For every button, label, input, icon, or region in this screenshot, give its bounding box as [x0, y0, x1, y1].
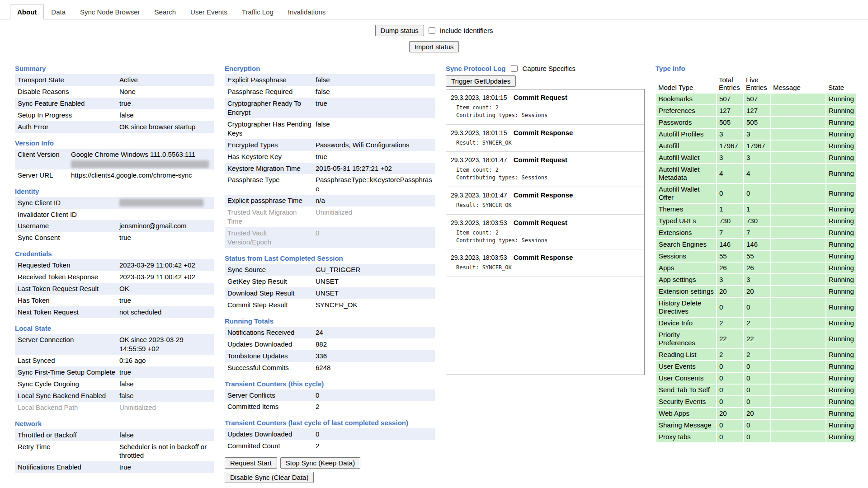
cell-live-entries: 17967	[744, 141, 770, 151]
cell-model-type: Search Engines	[656, 239, 716, 250]
cell-model-type: Priority Preferences	[656, 329, 716, 348]
row-value-text: Active	[119, 76, 138, 84]
row-value: Uninitialized	[316, 208, 432, 226]
row-value: Passwords, Wifi Configurations	[316, 141, 432, 150]
cell-total-entries: 730	[717, 216, 743, 226]
row-label: Setup In Progress	[18, 111, 119, 120]
log-entry-header: 29.3.2023, 18:01:15 Commit Response	[451, 129, 640, 136]
cell-total-entries: 3	[717, 152, 743, 163]
table-row: Apps 26 26 Running	[656, 263, 856, 273]
row-value: 336	[316, 352, 432, 361]
row-value-text: PassphraseType::kKeystorePassphrase	[316, 176, 432, 192]
table-row: User Events 0 0 Running	[656, 361, 856, 372]
info-row: Requested Token 2023-03-29 11:00:42 +02	[15, 259, 214, 271]
table-row: Preferences 127 127 Running	[656, 105, 856, 116]
cell-model-type: Autofill Wallet Offer	[656, 184, 716, 203]
row-value-text: true	[119, 99, 131, 107]
row-value: 0	[316, 229, 432, 247]
row-value-text: Scheduler is not in backoff or throttled	[119, 443, 207, 460]
log-entry-time: 29.3.2023, 18:03:53	[451, 219, 507, 226]
disable-sync-button[interactable]: Disable Sync (Clear Data)	[225, 472, 314, 483]
tab[interactable]: User Events	[183, 5, 235, 19]
tab[interactable]: Traffic Log	[235, 5, 281, 19]
section-rows: Server Conflicts 0 Committed Items 2	[225, 389, 435, 413]
row-value-text: 336	[316, 352, 327, 360]
info-row: Client Version Google Chrome Windows 111…	[15, 149, 214, 169]
cell-model-type: Device Info	[656, 318, 716, 328]
row-label: Throttled or Backoff	[18, 431, 119, 440]
row-label: Explicit passphrase Time	[227, 196, 316, 205]
info-row: Trusted Vault Version/Epoch 0	[225, 227, 435, 248]
include-identifiers-checkbox[interactable]	[429, 27, 435, 34]
request-start-button[interactable]: Request Start	[225, 457, 277, 469]
info-row: Successful Commits 6248	[225, 362, 435, 374]
cell-live-entries: 730	[744, 216, 770, 226]
info-row: Cryptographer Ready To Encrypt true	[225, 98, 435, 118]
cell-state: Running	[826, 105, 856, 116]
info-row: Cryptographer Has Pending Keys false	[225, 118, 435, 139]
row-value: 2	[316, 402, 432, 411]
log-entry-type: Commit Response	[514, 129, 573, 136]
cell-state: Running	[826, 184, 856, 203]
row-value-text: false	[316, 88, 330, 95]
tab[interactable]: Search	[147, 5, 184, 19]
tab[interactable]: Invalidations	[281, 5, 333, 19]
log-entry: 29.3.2023, 18:01:47 Commit Request Item …	[446, 152, 644, 187]
row-label: Transport State	[18, 75, 119, 84]
cell-message	[771, 164, 826, 183]
cell-message	[771, 251, 826, 262]
import-status-button[interactable]: Import status	[409, 41, 459, 52]
trigger-getupdates-button[interactable]: Trigger GetUpdates	[446, 75, 516, 87]
cell-message	[771, 117, 826, 128]
stop-sync-button[interactable]: Stop Sync (Keep Data)	[280, 457, 360, 469]
log-entry-details: Result: SYNCER_OK	[456, 264, 640, 272]
log-entry-header: 29.3.2023, 18:01:47 Commit Response	[451, 191, 640, 199]
row-value: true	[119, 99, 211, 108]
row-value: false	[119, 380, 211, 389]
row-value: false	[119, 431, 211, 440]
row-label: Next Token Request	[18, 308, 119, 317]
tab[interactable]: About	[10, 5, 44, 19]
info-row: Tombstone Updates 336	[225, 350, 435, 362]
section-rows: Sync Client ID Invalidator Client ID Use…	[15, 197, 214, 244]
table-row: Bookmarks 507 507 Running	[656, 94, 856, 104]
cell-state: Running	[826, 286, 856, 297]
table-row: App settings 3 3 Running	[656, 274, 856, 285]
info-row: Received Token Response 2023-03-29 11:00…	[15, 271, 214, 283]
row-label: Tombstone Updates	[227, 352, 316, 361]
dump-status-button[interactable]: Dump status	[375, 25, 424, 36]
type-info-title: Type Info	[656, 65, 868, 72]
about-page: Summary Transport State Active Disable R…	[0, 57, 868, 483]
tab[interactable]: Data	[44, 5, 73, 19]
row-value-text: false	[119, 392, 134, 399]
info-row: Notifications Enabled true	[15, 461, 214, 473]
type-info-body: Bookmarks 507 507 Running Preferences 12…	[656, 94, 856, 442]
row-value-text: None	[119, 88, 136, 95]
cell-state: Running	[826, 318, 856, 328]
redacted-value	[71, 160, 209, 168]
info-row: Local Backend Path Uninitialized	[15, 402, 214, 413]
row-value-text: false	[119, 111, 134, 119]
section-encryption: Encryption Explicit Passphrase false Pas…	[225, 65, 435, 248]
cell-model-type: Security Events	[656, 396, 716, 407]
section-title: Network	[15, 420, 214, 427]
sync-action-buttons: Request Start Stop Sync (Keep Data) Disa…	[225, 457, 374, 483]
row-value-text: OK	[119, 285, 129, 292]
cell-message	[771, 141, 826, 151]
row-value: true	[119, 233, 211, 242]
row-label: Auth Error	[18, 122, 119, 131]
cell-message	[771, 329, 826, 348]
table-row: Proxy tabs 0 0 Running	[656, 432, 856, 442]
row-value: OK	[119, 284, 211, 293]
row-label: Disable Reasons	[18, 87, 119, 96]
capture-specifics-checkbox[interactable]	[511, 65, 518, 72]
table-row: Extension settings 20 20 Running	[656, 286, 856, 297]
tab[interactable]: Sync Node Browser	[73, 5, 147, 19]
section-title: Identity	[15, 188, 214, 195]
info-row: Committed Count 2	[225, 440, 435, 452]
cell-message	[771, 361, 826, 372]
row-label: Cryptographer Has Pending Keys	[227, 120, 316, 138]
protocol-log-list[interactable]: 29.3.2023, 18:01:15 Commit Request Item …	[446, 89, 645, 375]
row-value: true	[316, 99, 432, 117]
row-label: Server URL	[18, 171, 71, 180]
